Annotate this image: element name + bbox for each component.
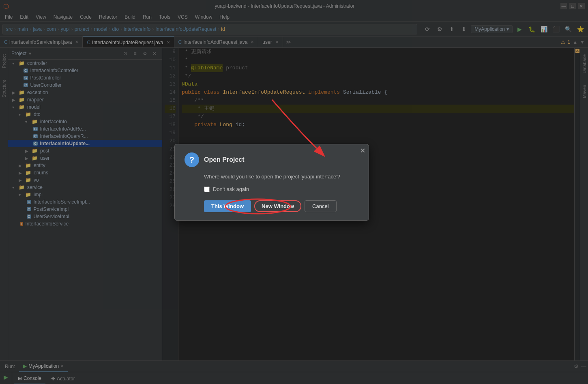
menu-refactor[interactable]: Refactor [96,13,120,21]
close-tab-icon[interactable]: ✕ [60,364,64,368]
dialog-close-button[interactable]: ✕ [360,147,365,154]
close-tab-icon[interactable]: ✕ [75,40,78,44]
new-window-button[interactable]: New Window [254,200,301,212]
scroll-up-btn[interactable]: ↑ [4,382,7,384]
dont-ask-checkbox[interactable] [204,187,210,192]
expand-icon[interactable]: ▲ [573,39,577,45]
tree-locate-btn[interactable]: ⊙ [121,49,129,58]
tree-item-model[interactable]: ▾ 📁 model [8,103,162,111]
bookmark-button[interactable]: ⭐ [575,24,586,34]
minimize-panel-btn[interactable]: — [581,363,586,369]
menu-build[interactable]: Build [121,13,139,21]
bottom-tab-bar: Run: ▶ MyApplication ✕ ⚙ — [0,361,588,372]
tree-item-interfaceInfoService[interactable]: I InterfaceInfoService [8,220,162,227]
tree-item-impl[interactable]: ▾ 📁 impl [8,191,162,198]
tree-item-user[interactable]: ▶ 📁 user [8,154,162,162]
menu-help[interactable]: Help [216,13,233,21]
folder-icon: 📁 [25,112,31,117]
menu-edit[interactable]: Edit [17,13,32,21]
tree-item-userController[interactable]: C UserController [8,82,162,89]
class-icon: C [27,215,31,219]
cancel-button[interactable]: Cancel [305,200,336,212]
close-tab-icon[interactable]: ✕ [251,40,254,44]
project-panel-label[interactable]: Project [1,51,7,71]
toolbar-btn-2[interactable]: ⚙ [434,24,445,34]
close-button[interactable]: ✕ [578,3,585,9]
title-bar-controls[interactable]: — □ ✕ [560,3,585,9]
actuator-tab[interactable]: ✤ Actuator [47,373,79,384]
tree-item-vo[interactable]: ▶ 📁 vo [8,176,162,184]
tree-item-label: UserServiceImpl [34,214,69,219]
expand-arrow-icon: ▾ [12,105,18,109]
code-line: /** [182,97,577,105]
tree-close-btn[interactable]: ✕ [150,49,159,58]
tree-item-controller[interactable]: ▾ 📁 controller [8,60,162,67]
menu-vcs[interactable]: VCS [174,13,191,21]
tree-item-interfaceInfo-folder[interactable]: ▾ 📁 interfaceInfo [8,118,162,125]
search-button[interactable]: 🔍 [563,24,573,34]
toolbar-btn-3[interactable]: ⬆ [446,24,457,34]
run-configuration[interactable]: MyApplication ▾ [471,25,513,33]
menu-run[interactable]: Run [139,13,155,21]
menu-code[interactable]: Code [77,13,95,21]
tree-item-service[interactable]: ▾ 📁 service [8,184,162,191]
this-window-button[interactable]: This Window [204,200,251,212]
title-bar-left: ⬡ [3,2,9,10]
dialog-checkbox[interactable]: Don't ask again [204,186,359,192]
maximize-button[interactable]: □ [569,3,576,9]
menu-view[interactable]: View [32,13,49,21]
tab-user[interactable]: user ✕ [258,36,283,48]
menu-navigate[interactable]: Navigate [50,13,76,21]
database-panel-label[interactable]: Database [581,51,588,77]
chevron-down-icon[interactable]: ▾ [29,51,31,56]
close-tab-icon[interactable]: ✕ [167,40,170,45]
tree-item-interfaceInfoController[interactable]: C InterfaceInfoController [8,67,162,74]
warning-icon: ⚠ [561,39,565,45]
menu-window[interactable]: Window [192,13,216,21]
run-button[interactable]: ▶ [514,24,525,34]
tab-interfaceInfoServiceImpl[interactable]: C InterfaceInfoServiceImpl.java ✕ [0,36,83,48]
menu-tools[interactable]: Tools [156,13,174,21]
collapse-icon[interactable]: ▼ [580,39,585,45]
tree-collapse-btn[interactable]: ≡ [131,49,139,58]
tree-item-postServiceImpl[interactable]: C PostServiceImpl [8,206,162,213]
stop-button[interactable]: ⬛ [551,24,561,34]
console-tab[interactable]: ⊞ Console [14,373,45,384]
breadcrumb-item: java [33,26,42,32]
tree-item-interfaceInfoQueryRequest[interactable]: C InterfaceInfoQueryR... [8,133,162,140]
bottom-panel: Run: ▶ MyApplication ✕ ⚙ — ▶ ↑ ↓ ⬛ ≡ ⊞ C… [0,360,588,384]
tree-item-postController[interactable]: C PostController [8,74,162,82]
tab-more-button[interactable]: ≫ [283,39,294,45]
tree-item-enums[interactable]: ▶ 📁 enums [8,169,162,176]
profile-button[interactable]: 📊 [539,24,549,34]
structure-panel-label[interactable]: Structure [1,76,7,101]
tree-item-label: exception [27,90,48,95]
close-tab-icon[interactable]: ✕ [275,40,279,44]
tree-settings-btn[interactable]: ⚙ [141,49,149,58]
toolbar-btn-1[interactable]: ⟳ [422,24,433,34]
tree-item-exception[interactable]: ▶ 📁 exception [8,89,162,96]
tab-interfaceInfoUpdateRequest[interactable]: C InterfaceInfoUpdateRequest.java ✕ [83,36,174,48]
tree-item-interfaceInfoUpdateRequest[interactable]: C InterfaceInfoUpdate... [8,140,162,147]
tree-item-entity[interactable]: ▶ 📁 entity [8,162,162,169]
tree-item-interfaceInfoServiceImpl[interactable]: C InterfaceInfoServiceImpl... [8,198,162,206]
tree-item-post[interactable]: ▶ 📁 post [8,147,162,154]
maven-panel-label[interactable]: Maven [581,82,588,101]
run-app-tab[interactable]: ▶ MyApplication ✕ [19,361,68,372]
toolbar-btn-4[interactable]: ⬇ [459,24,469,34]
tree-item-mapper[interactable]: ▶ 📁 mapper [8,96,162,103]
tab-interfaceInfoAddRequest[interactable]: C InterfaceInfoAddRequest.java ✕ [174,36,259,48]
debug-button[interactable]: 🐛 [526,24,537,34]
actuator-icon: ✤ [51,376,55,382]
settings-btn[interactable]: ⚙ [574,363,579,369]
java-file-icon: C [178,39,182,45]
menu-file[interactable]: File [2,13,16,21]
expand-arrow-icon: ▾ [12,185,18,190]
run-again-btn[interactable]: ▶ [4,374,8,380]
tree-item-dto[interactable]: ▾ 📁 dto [8,111,162,118]
minimize-button[interactable]: — [560,3,567,9]
tree-item-interfaceInfoAddRequest[interactable]: C InterfaceInfoAddRe... [8,125,162,133]
tree-item-userServiceImpl[interactable]: C UserServiceImpl [8,213,162,220]
tree-item-label: mapper [27,97,44,103]
class-icon: C [24,76,28,80]
